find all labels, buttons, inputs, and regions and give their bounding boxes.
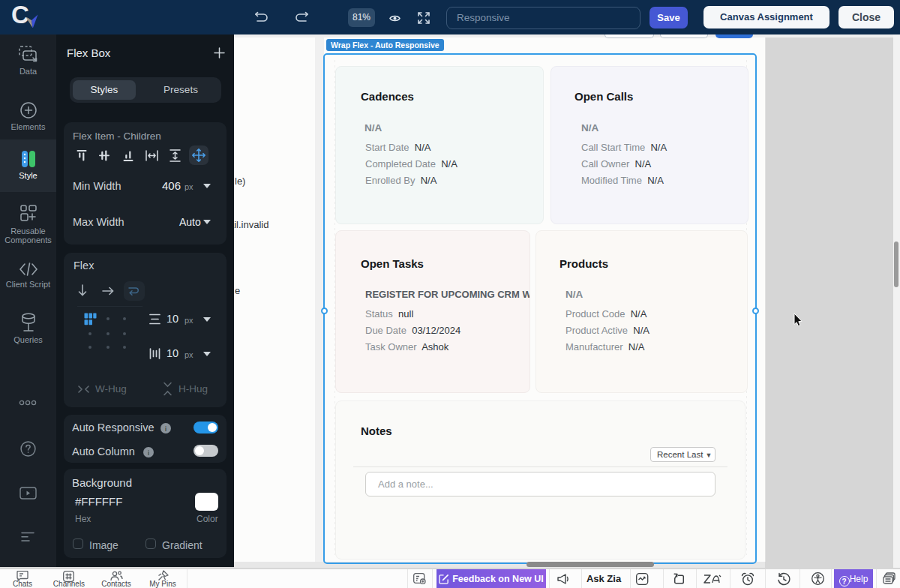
- svg-text:i: i: [165, 425, 166, 433]
- svg-text:i: i: [148, 449, 149, 457]
